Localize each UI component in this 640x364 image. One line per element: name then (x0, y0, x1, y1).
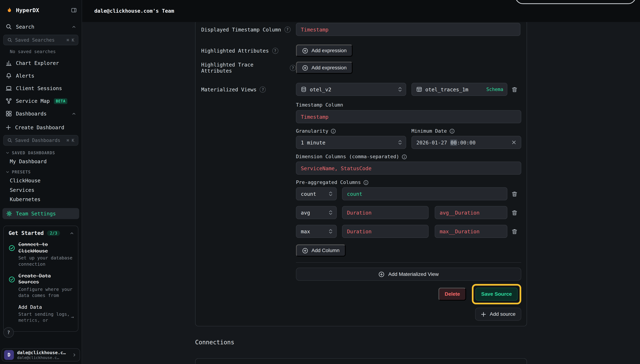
sidebar-item-my-dashboard[interactable]: My Dashboard (0, 156, 82, 166)
search-icon (7, 138, 12, 143)
saved-dashboards-input[interactable]: Saved Dashboards ⌘ K (3, 135, 78, 146)
plus-circle-icon (302, 248, 308, 254)
gear-icon (6, 210, 12, 217)
get-started-progress-badge: 2/3 (47, 230, 60, 236)
add-column-button[interactable]: Add Column (296, 244, 346, 256)
info-icon (331, 128, 336, 134)
granularity-label: Granularity (296, 128, 406, 134)
alias-input[interactable]: max__Duration (435, 225, 507, 238)
sidebar-item-dashboards[interactable]: Dashboards (0, 107, 82, 120)
saved-searches-input[interactable]: Saved Searches ⌘ K (3, 35, 78, 45)
highlight-ring: Save Source (472, 284, 521, 304)
plus-circle-icon (378, 271, 385, 277)
user-menu[interactable]: D dale@clickhouse.c… dale@clickhouse.c… (2, 348, 80, 362)
aggregate-fn-select[interactable]: max (296, 225, 337, 238)
chevron-up-icon (72, 25, 76, 29)
saved-dashboards-placeholder: Saved Dashboards (15, 138, 64, 143)
help-circle-icon[interactable]: ? (260, 86, 266, 92)
get-started-item-connect[interactable]: Connect to ClickHouse Set up your databa… (9, 242, 74, 268)
delete-column-button[interactable] (507, 210, 521, 216)
grid-icon (6, 110, 12, 116)
sidebar-item-team-settings[interactable]: Team Settings (3, 208, 79, 219)
help-circle-icon[interactable]: ? (284, 26, 290, 32)
collapse-sidebar-icon[interactable] (71, 7, 77, 13)
add-expression-button[interactable]: Add expression (296, 44, 353, 57)
dimension-columns-input[interactable]: ServiceName, StatusCode (296, 162, 521, 175)
info-icon (449, 128, 455, 134)
user-name: dale@clickhouse.c… (17, 350, 66, 355)
expression-input[interactable]: Duration (342, 225, 429, 238)
timestamp-column-label: Timestamp Column (296, 102, 521, 108)
chevron-up-icon[interactable] (70, 231, 74, 235)
chart-icon (6, 60, 12, 66)
source-settings-panel: Displayed Timestamp Column ? Timestamp H… (195, 22, 527, 326)
add-expression-button[interactable]: Add expression (296, 62, 353, 74)
topbar-control-cutoff[interactable] (515, 0, 636, 4)
granularity-select[interactable]: 1 minute (296, 136, 406, 149)
hyperdx-logo-icon (6, 7, 13, 14)
delete-source-button[interactable]: Delete (439, 288, 466, 301)
create-dashboard-button[interactable]: Create Dashboard (0, 121, 82, 133)
sidebar-item-clickhouse[interactable]: ClickHouse (0, 176, 82, 185)
app-title: HyperDX (16, 7, 68, 14)
view-select[interactable]: otel_traces_1m Schema (411, 83, 507, 96)
aggregate-fn-select[interactable]: avg (296, 206, 337, 219)
help-button[interactable]: ? (3, 327, 14, 338)
get-started-item-add-data[interactable]: Add Data Start sending logs, metrics, or (9, 304, 74, 324)
sidebar-item-service-map[interactable]: Service Map BETA (0, 94, 82, 107)
trash-icon (511, 228, 517, 234)
help-circle-icon[interactable]: ? (290, 65, 296, 71)
database-select[interactable]: otel_v2 (296, 83, 406, 96)
help-circle-icon[interactable]: ? (272, 48, 278, 54)
highlighted-attributes-label: Highlighted Attributes ? (201, 48, 296, 54)
minimum-date-input[interactable]: 2026-01-27 00 :00:00 (411, 136, 521, 149)
timestamp-column-input[interactable]: Timestamp (296, 110, 521, 123)
info-icon (402, 154, 407, 159)
delete-column-button[interactable] (507, 228, 521, 234)
pre-aggregated-row: max Duration max__Duration (296, 225, 521, 238)
bell-icon (6, 72, 12, 79)
expression-input[interactable]: Duration (342, 206, 429, 219)
sidebar-item-alerts[interactable]: Alerts (0, 69, 82, 82)
sidebar-item-client-sessions[interactable]: Client Sessions (0, 82, 82, 95)
add-source-button[interactable]: Add source (475, 308, 521, 321)
section-presets[interactable]: PRESETS (6, 170, 82, 174)
alias-input[interactable]: avg__Duration (435, 206, 507, 219)
user-email: dale@clickhouse.c… (17, 355, 66, 360)
chevron-right-icon (72, 353, 76, 357)
pre-aggregated-row: count count (296, 187, 521, 200)
aggregate-fn-select[interactable]: count (296, 187, 337, 200)
sidebar-item-search[interactable]: Search (0, 20, 82, 33)
search-icon (6, 24, 12, 30)
sidebar-item-kubernetes[interactable]: Kubernetes (0, 195, 82, 204)
check-circle-icon (9, 245, 15, 251)
connections-panel (195, 358, 527, 364)
delete-column-button[interactable] (507, 191, 521, 197)
plus-circle-icon (302, 48, 308, 54)
connections-heading: Connections (195, 339, 234, 346)
divider (296, 262, 521, 263)
trash-icon (511, 210, 517, 216)
save-source-button[interactable]: Save Source (475, 288, 517, 301)
get-started-item-sources[interactable]: Create Data Sources Configure where your… (9, 273, 74, 299)
chevron-up-icon (72, 112, 76, 116)
sidebar-item-services[interactable]: Services (0, 185, 82, 194)
displayed-timestamp-label: Displayed Timestamp Column ? (201, 26, 296, 32)
get-started-title: Get Started (9, 230, 44, 236)
laptop-icon (6, 85, 12, 91)
x-icon (511, 140, 516, 145)
main-content: dale@clickhouse.com's Team Displayed Tim… (82, 0, 640, 364)
section-saved-dashboards[interactable]: SAVED DASHBOARDS (6, 150, 82, 155)
expression-input[interactable]: count (342, 187, 507, 200)
sort-chevrons-icon (398, 86, 402, 92)
sidebar-item-chart-explorer[interactable]: Chart Explorer (0, 57, 82, 69)
trash-icon (511, 191, 517, 197)
page-title: dale@clickhouse.com's Team (94, 0, 174, 22)
logo-row: HyperDX (0, 0, 82, 20)
delete-view-button[interactable] (507, 86, 521, 92)
clear-date-button[interactable] (511, 140, 516, 145)
spacer (9, 304, 15, 324)
schema-link[interactable]: Schema (486, 86, 503, 92)
add-materialized-view-button[interactable]: Add Materialized View (296, 268, 521, 281)
displayed-timestamp-input[interactable]: Timestamp (296, 23, 520, 36)
